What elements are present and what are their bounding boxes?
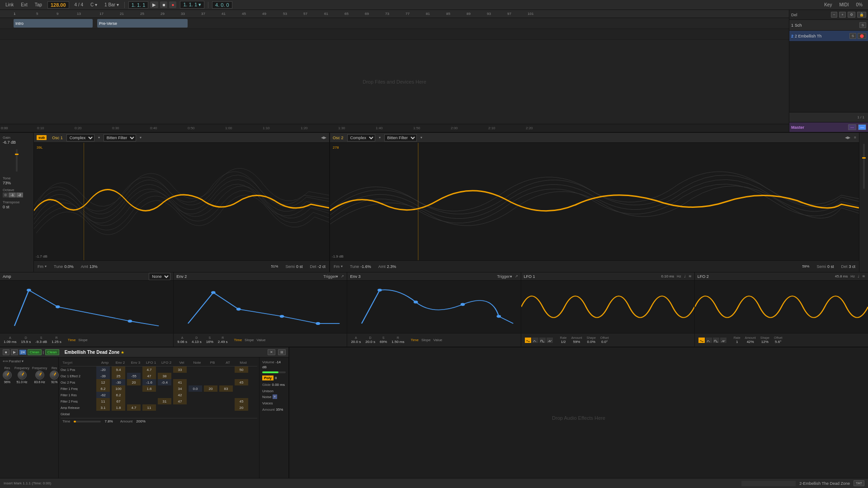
env3-time-tab[interactable]: Time — [410, 338, 418, 342]
matrix-cell-6-0[interactable]: 3.1 — [96, 404, 110, 411]
matrix-cell-1-7[interactable] — [204, 373, 217, 379]
matrix-cell-2-7[interactable] — [204, 379, 217, 385]
matrix-cell-4-8[interactable] — [219, 392, 233, 398]
matrix-cell-0-8[interactable] — [219, 366, 233, 373]
matrix-cell-5-3[interactable] — [142, 398, 156, 404]
matrix-cell-3-6[interactable]: 0.0 — [189, 385, 202, 392]
time-sig[interactable]: 4 / 4 — [73, 1, 85, 8]
matrix-cell-1-0[interactable]: -39 — [96, 373, 110, 379]
instr-mode2-btn[interactable]: Clean — [45, 349, 59, 355]
matrix-cell-4-3[interactable] — [142, 392, 156, 398]
matrix-cell-2-2[interactable]: 20 — [127, 379, 141, 385]
matrix-cell-6-4[interactable] — [158, 404, 171, 411]
matrix-cell-4-0[interactable]: -62 — [96, 392, 110, 398]
osc2-level-fader[interactable] — [863, 144, 865, 189]
matrix-cell-5-0[interactable]: 11 — [96, 398, 110, 404]
matrix-cell-3-0[interactable]: 6.2 — [96, 385, 110, 392]
matrix-cell-3-5[interactable]: 34 — [173, 385, 187, 392]
matrix-cell-7-6[interactable] — [189, 411, 202, 417]
matrix-cell-0-9[interactable]: 50 — [235, 366, 248, 373]
matrix-cell-0-6[interactable] — [189, 366, 202, 373]
key-select[interactable]: C ▾ — [89, 1, 99, 8]
arr-minus-btn[interactable]: − — [831, 12, 838, 18]
matrix-cell-6-5[interactable] — [173, 404, 187, 411]
matrix-cell-3-1[interactable]: 100 — [112, 385, 125, 392]
instr-stop-btn[interactable]: ■ — [3, 349, 9, 355]
matrix-cell-3-2[interactable] — [127, 385, 141, 392]
env3-trigger[interactable]: Trigger▾ — [497, 274, 512, 279]
lfo2-saw-btn[interactable] — [720, 338, 726, 343]
matrix-cell-5-4[interactable]: 31 — [158, 398, 171, 404]
matrix-cell-5-6[interactable] — [189, 398, 202, 404]
matrix-cell-0-1[interactable]: 9.4 — [112, 366, 125, 373]
matrix-cell-5-8[interactable] — [219, 398, 233, 404]
matrix-cell-6-2[interactable]: 4.7 — [127, 404, 141, 411]
bpm-display[interactable]: 128.00 — [47, 1, 69, 9]
track-2-r-btn[interactable]: ⬤ — [858, 33, 866, 39]
matrix-cell-6-6[interactable] — [189, 404, 202, 411]
amp-time-tab[interactable]: Time — [68, 338, 75, 342]
matrix-cell-6-3[interactable]: 11 — [142, 404, 156, 411]
matrix-cell-2-6[interactable] — [189, 379, 202, 385]
matrix-cell-3-8[interactable]: 83 — [219, 385, 233, 392]
matrix-cell-1-2[interactable]: -55 — [127, 373, 141, 379]
matrix-cell-7-8[interactable] — [219, 411, 233, 417]
amp-slope-tab[interactable]: Slope — [78, 338, 87, 342]
bar-select[interactable]: 1 Bar ▾ — [103, 1, 121, 8]
oct-minus1-btn[interactable]: -1 — [9, 192, 15, 197]
arrangement-drop-zone[interactable]: Drop Files and Devices Here — [0, 40, 789, 124]
env3-slope-tab[interactable]: Slope — [421, 338, 430, 342]
tap-btn[interactable]: Tap — [33, 1, 44, 8]
osc2-filter-select[interactable]: Bitten Filter — [384, 134, 417, 141]
matrix-cell-4-2[interactable] — [127, 392, 141, 398]
matrix-cell-5-2[interactable] — [127, 398, 141, 404]
osc1-expand-btn[interactable]: ◀▶ — [321, 136, 326, 140]
matrix-cell-1-4[interactable]: 38 — [158, 373, 171, 379]
matrix-cell-2-1[interactable]: -30 — [112, 379, 125, 385]
play-btn[interactable]: ▶ — [150, 1, 158, 8]
matrix-cell-6-7[interactable] — [204, 404, 217, 411]
matrix-cell-2-9[interactable]: 45 — [235, 379, 248, 385]
matrix-cell-7-3[interactable] — [142, 411, 156, 417]
osc1-filter-select[interactable]: Bitten Filter — [104, 134, 136, 141]
matrix-cell-5-7[interactable] — [204, 398, 217, 404]
lfo1-sine-btn[interactable] — [525, 338, 531, 343]
matrix-cell-4-5[interactable]: 42 — [173, 392, 187, 398]
position-display[interactable]: 1. 1. 1 — [128, 1, 149, 9]
matrix-cell-0-3[interactable]: 4.7 — [142, 366, 156, 373]
matrix-cell-1-5[interactable] — [173, 373, 187, 379]
env2-corner-btn[interactable]: ↗ — [341, 274, 344, 278]
amp-mode-select[interactable]: None — [149, 273, 170, 280]
matrix-cell-0-0[interactable]: -20 — [96, 366, 110, 373]
matrix-cell-7-9[interactable] — [235, 411, 248, 417]
env2-time-tab[interactable]: Time — [234, 338, 242, 342]
matrix-cell-7-2[interactable] — [127, 411, 141, 417]
res-knob-2[interactable] — [50, 371, 59, 380]
matrix-cell-0-5[interactable]: 33 — [173, 366, 187, 373]
arr-settings-btn[interactable]: ⚙ — [848, 12, 855, 18]
effects-section[interactable]: Drop Audio Effects Here — [289, 347, 868, 488]
env2-value-tab[interactable]: Value — [257, 338, 266, 342]
oct-0-btn[interactable]: 0 — [3, 192, 8, 197]
env2-trigger[interactable]: Trigger▾ — [323, 274, 338, 279]
instr-close-btn[interactable]: ✕ — [268, 349, 275, 355]
matrix-cell-6-1[interactable]: 1.8 — [112, 404, 125, 411]
matrix-cell-1-3[interactable]: 47 — [142, 373, 156, 379]
matrix-cell-1-6[interactable] — [189, 373, 202, 379]
osc2-menu-btn[interactable]: ≡ — [854, 136, 856, 140]
matrix-cell-4-6[interactable] — [189, 392, 202, 398]
instr-play-btn[interactable]: ▶ — [11, 349, 18, 355]
track-body-2[interactable] — [0, 29, 789, 39]
lfo1-tri-btn[interactable] — [532, 338, 538, 343]
matrix-cell-0-2[interactable] — [127, 366, 141, 373]
matrix-cell-2-4[interactable]: -0.4 — [158, 379, 171, 385]
matrix-cell-1-8[interactable] — [219, 373, 233, 379]
lfo2-square-btn[interactable] — [713, 338, 719, 343]
status-action-btn[interactable]: TAT — [854, 480, 864, 486]
clip-preverse[interactable]: Pre-Verse — [97, 19, 188, 28]
arr-plus-btn[interactable]: + — [839, 12, 846, 18]
status-input-field[interactable] — [741, 481, 796, 486]
lfo1-square-btn[interactable] — [539, 338, 546, 343]
lfo2-type-btn[interactable]: ♩ — [858, 274, 859, 278]
env2-slope-tab[interactable]: Slope — [245, 338, 254, 342]
